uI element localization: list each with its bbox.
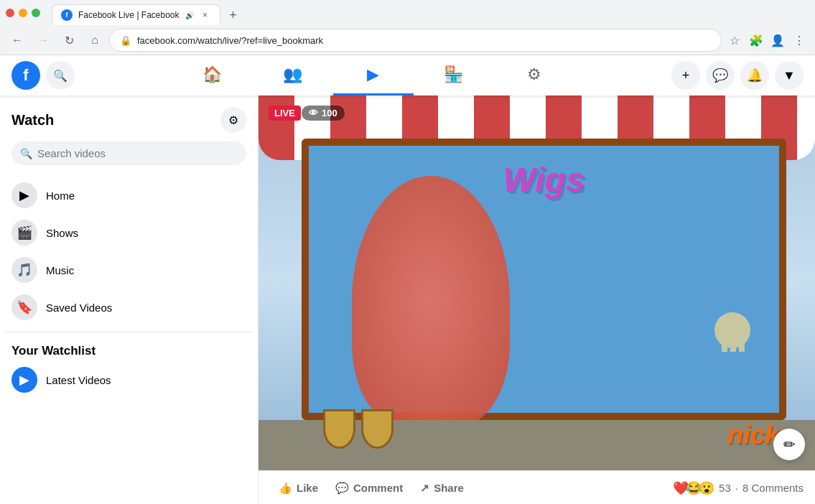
latest-videos-label: Latest Videos	[46, 374, 111, 386]
url-bar[interactable]: 🔒 facebook.com/watch/live/?ref=live_book…	[109, 29, 722, 52]
squidward-character	[707, 312, 758, 413]
create-button[interactable]: +	[671, 61, 700, 90]
fb-main: Watch ⚙ 🔍 ▶ Home 🎬 Shows 🎵 Music	[0, 95, 815, 504]
people-nav-icon: 👥	[283, 65, 302, 84]
marketplace-nav-icon: 🏪	[444, 65, 463, 84]
store-sign: Wigs	[503, 160, 585, 200]
tab-title: Facebook Live | Facebook	[78, 10, 180, 20]
share-button[interactable]: ↗ Share	[411, 477, 472, 499]
reactions-right: ❤️ 😂 😮 53 · 8 Comments	[676, 480, 804, 496]
watchlist-item-latest[interactable]: ▶ Latest Videos	[6, 361, 252, 398]
reaction-emojis: ❤️ 😂 😮	[676, 480, 714, 496]
window-close-button[interactable]	[6, 9, 14, 17]
back-button[interactable]: ←	[6, 29, 29, 52]
new-tab-button[interactable]: +	[223, 5, 243, 25]
search-icon: 🔍	[20, 148, 32, 159]
bookmark-button[interactable]: ☆	[725, 30, 745, 50]
video-frame: Wigs	[259, 95, 815, 470]
nav-item-home[interactable]: 🏠	[172, 55, 253, 95]
facebook-logo: f	[11, 61, 40, 90]
sidebar-divider	[6, 332, 252, 332]
like-icon: 👍	[279, 482, 292, 495]
tab-close-button[interactable]: ×	[200, 9, 211, 21]
header-actions: + 💬 🔔 ▼	[671, 61, 804, 90]
video-search-box[interactable]: 🔍	[11, 141, 246, 165]
notifications-button[interactable]: 🔔	[740, 61, 769, 90]
account-button[interactable]: ▼	[775, 61, 804, 90]
music-icon: 🎵	[11, 257, 37, 283]
shows-label: Shows	[46, 227, 78, 239]
reload-button[interactable]: ↻	[57, 29, 80, 52]
bongos	[323, 409, 393, 449]
nav-item-watch[interactable]: ▶	[333, 55, 414, 95]
saved-icon: 🔖	[11, 294, 37, 320]
url-text: facebook.com/watch/live/?ref=live_bookma…	[137, 35, 711, 46]
fb-header: f 🔍 🏠 👥 ▶ 🏪 ⚙ + 💬 🔔 ▼	[0, 55, 815, 95]
play-circle-icon: ▶	[11, 367, 37, 393]
nick-logo: nick	[727, 420, 779, 450]
reaction-emoji-wow: 😮	[699, 480, 714, 496]
menu-button[interactable]: ⋮	[789, 30, 809, 50]
browser-chrome: f Facebook Live | Facebook 🔊 × + ← → ↻ ⌂…	[0, 0, 815, 55]
watchlist-header: Your Watchlist	[6, 338, 252, 361]
window-maximize-button[interactable]	[32, 9, 40, 17]
home-icon: ▶	[11, 182, 37, 208]
messenger-button[interactable]: 💬	[706, 61, 735, 90]
facebook-app: f 🔍 🏠 👥 ▶ 🏪 ⚙ + 💬 🔔 ▼	[0, 55, 815, 504]
comments-count[interactable]: 8 Comments	[742, 482, 804, 494]
fb-content: Wigs	[259, 95, 815, 504]
sidebar-nav-items: ▶ Home 🎬 Shows 🎵 Music 🔖 Saved Videos	[6, 177, 252, 326]
sidebar-item-shows[interactable]: 🎬 Shows	[6, 214, 252, 251]
nav-item-people[interactable]: 👥	[253, 55, 333, 95]
lock-icon: 🔒	[120, 35, 131, 46]
sidebar-item-saved[interactable]: 🔖 Saved Videos	[6, 289, 252, 326]
tab-audio-icon: 🔊	[185, 11, 194, 19]
share-label: Share	[434, 482, 464, 494]
browser-tab[interactable]: f Facebook Live | Facebook 🔊 ×	[52, 4, 220, 25]
edit-button[interactable]: ✏	[773, 429, 805, 460]
sidebar-item-home[interactable]: ▶ Home	[6, 177, 252, 214]
sidebar-gear-button[interactable]: ⚙	[220, 107, 246, 133]
like-label: Like	[297, 482, 318, 494]
viewer-number: 100	[322, 108, 337, 118]
comment-icon: 💬	[335, 482, 349, 495]
viewer-count: 👁 100	[302, 106, 345, 121]
sidebar-title: Watch	[11, 112, 54, 129]
viewer-eye-icon: 👁	[309, 108, 318, 118]
like-button[interactable]: 👍 Like	[270, 477, 327, 499]
shows-icon: 🎬	[11, 220, 37, 246]
reaction-count: 53	[719, 482, 731, 494]
tab-bar: f Facebook Live | Facebook 🔊 × +	[46, 1, 249, 25]
fb-sidebar: Watch ⚙ 🔍 ▶ Home 🎬 Shows 🎵 Music	[0, 95, 259, 504]
reaction-actions: 👍 Like 💬 Comment ↗ Share	[270, 477, 472, 499]
share-icon: ↗	[420, 482, 429, 495]
home-button[interactable]: ⌂	[83, 29, 106, 52]
watch-nav-icon: ▶	[367, 65, 379, 84]
nav-item-groups[interactable]: ⚙	[494, 55, 574, 95]
sidebar-header: Watch ⚙	[6, 104, 252, 141]
video-player[interactable]: Wigs	[259, 95, 815, 470]
tab-favicon: f	[61, 9, 73, 21]
window-minimize-button[interactable]	[19, 9, 27, 17]
reaction-bar: 👍 Like 💬 Comment ↗ Share ❤️ 😂	[259, 470, 815, 504]
extensions-button[interactable]: 🧩	[746, 30, 766, 50]
music-label: Music	[46, 264, 74, 276]
forward-button[interactable]: →	[32, 29, 55, 52]
live-badge: LIVE	[269, 106, 301, 121]
nav-item-marketplace[interactable]: 🏪	[414, 55, 494, 95]
header-search-button[interactable]: 🔍	[46, 61, 75, 90]
video-search-input[interactable]	[11, 141, 246, 165]
title-bar: f Facebook Live | Facebook 🔊 × +	[0, 0, 815, 26]
fb-nav: 🏠 👥 ▶ 🏪 ⚙	[75, 55, 671, 95]
comment-button[interactable]: 💬 Comment	[327, 477, 411, 499]
address-bar: ← → ↻ ⌂ 🔒 facebook.com/watch/live/?ref=l…	[0, 26, 815, 55]
home-label: Home	[46, 190, 75, 202]
profile-icon[interactable]: 👤	[768, 30, 788, 50]
saved-label: Saved Videos	[46, 302, 112, 314]
larry-character	[352, 176, 510, 427]
comment-label: Comment	[353, 482, 403, 494]
toolbar-right: ☆ 🧩 👤 ⋮	[725, 30, 809, 50]
home-nav-icon: 🏠	[202, 65, 222, 84]
sidebar-item-music[interactable]: 🎵 Music	[6, 251, 252, 289]
window-controls	[6, 9, 40, 17]
